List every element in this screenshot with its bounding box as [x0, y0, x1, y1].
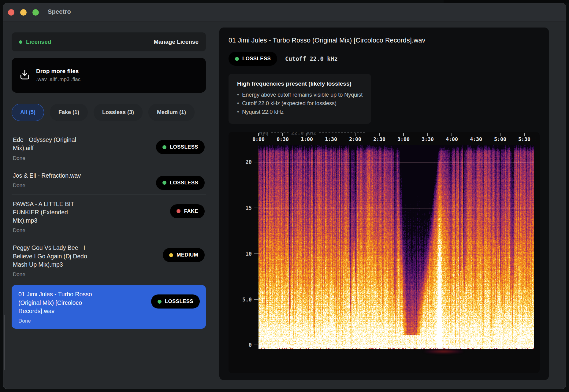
minimize-window-button[interactable] [20, 9, 27, 16]
frequency-tick-mark [254, 299, 258, 300]
time-tick [476, 133, 476, 136]
analysis-bullet: •Energy above cutoff remains visible up … [237, 91, 363, 99]
time-tick-label: 3:00 [397, 136, 410, 142]
lossless-badge-dot [235, 57, 239, 61]
bullet-dot-icon: • [237, 91, 239, 99]
lossless-badge: LOSSLESS [229, 52, 277, 66]
cutoff-value: Cutoff 22.0 kHz [285, 55, 338, 62]
file-name: Ede - Odyssey (Original Mix).aiff [13, 136, 90, 153]
maximize-window-button[interactable] [32, 9, 39, 16]
dropzone-title: Drop more files [36, 68, 80, 75]
bullet-text: Cutoff 22.0 kHz (expected for lossless) [242, 99, 337, 108]
file-status: Done [13, 227, 166, 234]
file-list-item[interactable]: Jos & Eli - Refraction.wavDoneLOSSLESS [12, 166, 206, 194]
time-tick-label: 0:30 [277, 136, 289, 142]
time-tick [307, 133, 307, 136]
file-status: Done [18, 318, 147, 324]
time-tick [524, 133, 525, 136]
titlebar[interactable]: Spectro [3, 3, 566, 21]
time-tick-label: 1:30 [325, 136, 337, 142]
bullet-text: Nyquist 22.0 kHz [242, 108, 284, 116]
frequency-tick-label: 10 [246, 251, 252, 257]
frequency-tick-label: 5.0 [242, 297, 252, 303]
analysis-bullet: •Nyquist 22.0 kHz [237, 108, 363, 116]
license-status-label: Licensed [26, 39, 51, 45]
filter-tabs: All (5)Fake (1)Lossless (3)Medium (1) [12, 104, 206, 121]
track-title: 01 Jimi Jules - Turbo Rosso (Original Mi… [229, 37, 540, 44]
badge-label: LOSSLESS [170, 144, 198, 150]
analysis-box: High frequencies present (likely lossles… [229, 74, 371, 124]
app-title: Spectro [48, 8, 71, 15]
sidebar: Licensed Manage License Drop more files … [12, 32, 206, 329]
filter-tab-lossless[interactable]: Lossless (3) [94, 104, 143, 121]
license-bar: Licensed Manage License [12, 32, 206, 51]
lossless-badge-label: LOSSLESS [242, 56, 271, 62]
frequency-tick-mark [254, 345, 258, 345]
frequency-tick: 0 [249, 342, 258, 348]
time-tick [452, 133, 452, 136]
badge-status-dot [162, 181, 166, 185]
file-quality-badge: LOSSLESS [156, 140, 205, 154]
time-tick-label: 0:00 [252, 136, 265, 142]
file-name: Peggy Gou Vs Lady Bee - I Believe I Go A… [13, 244, 90, 269]
frequency-tick: 20 [246, 159, 258, 165]
file-list-item[interactable]: PAWSA - A LITTLE BIT FUNKIER (Extended M… [12, 194, 206, 239]
frequency-tick-mark [254, 162, 258, 162]
time-tick [355, 133, 355, 136]
file-status: Done [13, 272, 159, 278]
manage-license-button[interactable]: Manage License [154, 39, 199, 45]
dropzone-subtitle: .wav .aiff .mp3 .flac [36, 76, 80, 83]
filter-tab-all[interactable]: All (5) [12, 104, 44, 121]
time-tick [282, 133, 283, 136]
background-dark-strip [444, 0, 569, 3]
file-name: PAWSA - A LITTLE BIT FUNKIER (Extended M… [13, 200, 90, 225]
desktop-background: Spectro Licensed Manage License [0, 0, 569, 392]
frequency-tick-label: 20 [246, 159, 252, 165]
spectrogram-artifact [424, 349, 463, 353]
analysis-bullet-list: •Energy above cutoff remains visible up … [237, 91, 363, 116]
time-tick-label: 2:30 [373, 136, 385, 142]
file-quality-badge: MEDIUM [163, 248, 205, 262]
bullet-dot-icon: • [237, 108, 239, 116]
time-tick [403, 133, 404, 136]
frequency-tick-mark [254, 253, 258, 254]
badge-label: LOSSLESS [165, 298, 193, 305]
file-quality-badge: LOSSLESS [156, 176, 205, 190]
time-tick-label: 1:00 [301, 136, 313, 142]
file-list-item[interactable]: Ede - Odyssey (Original Mix).aiffDoneLOS… [12, 130, 206, 166]
frequency-tick: 15 [246, 205, 258, 211]
time-tick-label: 4:00 [446, 136, 458, 142]
badge-label: FAKE [184, 208, 198, 214]
bullet-text: Energy above cutoff remains visible up t… [242, 91, 363, 99]
badge-status-dot [177, 209, 180, 213]
status-row: LOSSLESS Cutoff 22.0 kHz [229, 52, 540, 66]
time-tick-label: 5: [535, 136, 535, 142]
frequency-tick: 10 [246, 251, 258, 257]
file-list-item[interactable]: 01 Jimi Jules - Turbo Rosso (Original Mi… [12, 285, 206, 329]
upload-tray-icon [20, 69, 30, 82]
analysis-heading: High frequencies present (likely lossles… [237, 80, 363, 87]
file-quality-badge: LOSSLESS [151, 294, 200, 309]
file-list: Ede - Odyssey (Original Mix).aiffDoneLOS… [12, 130, 206, 329]
app-window: Spectro Licensed Manage License [3, 3, 566, 389]
dropzone-text: Drop more files .wav .aiff .mp3 .flac [36, 68, 80, 83]
sidebar-scrollbar[interactable] [4, 315, 5, 370]
close-window-button[interactable] [8, 9, 14, 16]
badge-status-dot [169, 253, 173, 257]
file-name: Jos & Eli - Refraction.wav [13, 172, 90, 180]
bullet-dot-icon: • [237, 99, 239, 108]
frequency-tick-mark [254, 208, 258, 208]
frequency-tick-label: 15 [246, 205, 252, 211]
file-dropzone[interactable]: Drop more files .wav .aiff .mp3 .flac [12, 58, 206, 93]
time-tick-label: 3:30 [422, 136, 434, 142]
spectrogram-plot [258, 145, 534, 349]
time-tick [500, 133, 500, 136]
time-tick [258, 133, 259, 136]
filter-tab-fake[interactable]: Fake (1) [50, 104, 88, 121]
filter-tab-medium[interactable]: Medium (1) [148, 104, 195, 121]
badge-status-dot [162, 145, 166, 149]
badge-label: MEDIUM [177, 252, 198, 258]
file-quality-badge: FAKE [170, 204, 205, 218]
detail-panel: 01 Jimi Jules - Turbo Rosso (Original Mi… [219, 28, 549, 380]
file-list-item[interactable]: Peggy Gou Vs Lady Bee - I Believe I Go A… [12, 238, 206, 282]
